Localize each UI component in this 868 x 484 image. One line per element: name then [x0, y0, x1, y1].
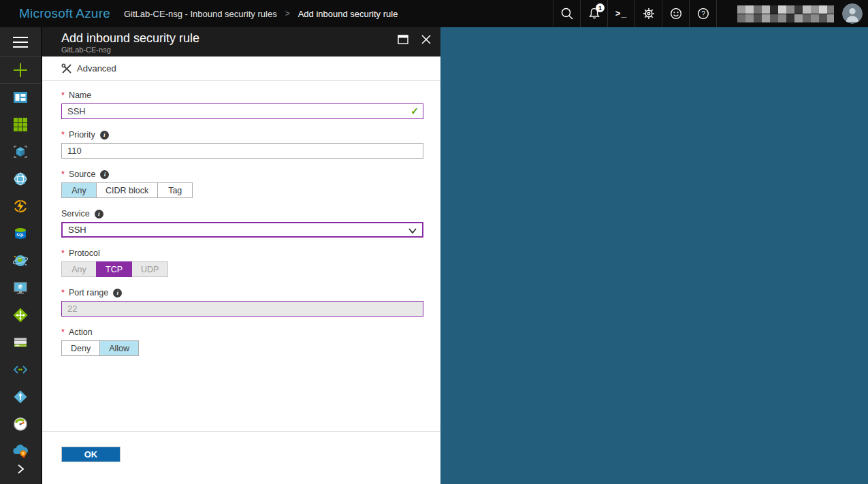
dashboard-icon[interactable] [0, 84, 41, 111]
service-field-group: Service i SSH [61, 209, 423, 238]
feedback-smiley-icon[interactable] [662, 0, 689, 27]
left-sidebar: SQL [0, 27, 41, 484]
maximize-icon[interactable] [396, 33, 411, 46]
topbar-actions: 1 >_ ? [553, 0, 868, 27]
blade-subtitle: GitLab-CE-nsg [61, 46, 432, 54]
blade-toolbar: Advanced [42, 57, 440, 81]
notifications-bell-icon[interactable]: 1 [580, 0, 607, 27]
blade-title: Add inbound security rule [61, 31, 432, 46]
hamburger-menu-icon[interactable] [0, 27, 41, 57]
source-label: * Source i [61, 170, 423, 179]
name-input[interactable] [61, 103, 423, 119]
priority-input[interactable] [61, 143, 423, 159]
azure-brand-logo[interactable]: Microsoft Azure [19, 6, 110, 21]
help-icon[interactable]: ? [689, 0, 716, 27]
svg-text:?: ? [701, 10, 705, 18]
cosmos-db-icon[interactable] [0, 247, 41, 274]
protocol-option-udp: UDP [131, 261, 168, 277]
azure-active-directory-icon[interactable] [0, 383, 41, 410]
required-marker: * [61, 327, 65, 337]
breadcrumb-separator: > [285, 9, 290, 18]
info-icon[interactable]: i [95, 210, 103, 219]
required-marker: * [61, 288, 65, 297]
protocol-toggle: Any TCP UDP [61, 261, 168, 277]
source-option-any[interactable]: Any [61, 182, 97, 198]
service-select[interactable]: SSH [61, 222, 423, 238]
notification-count-badge: 1 [596, 3, 605, 12]
user-avatar[interactable] [842, 3, 863, 24]
blade-window-controls [396, 33, 434, 46]
expand-chevron-icon[interactable] [0, 455, 41, 483]
ok-button[interactable]: OK [61, 447, 120, 462]
protocol-option-any: Any [61, 261, 97, 277]
action-toggle: Deny Allow [61, 340, 139, 356]
source-field-group: * Source i Any CIDR block Tag [61, 170, 423, 198]
load-balancers-icon[interactable] [0, 302, 41, 329]
top-bar: Microsoft Azure GitLab-CE-nsg - Inbound … [0, 0, 868, 27]
action-field-group: * Action Deny Allow [61, 327, 423, 356]
close-icon[interactable] [419, 33, 434, 46]
priority-field-group: * Priority i [61, 130, 423, 159]
priority-label: * Priority i [61, 130, 423, 140]
app-services-globe-icon[interactable] [0, 165, 41, 193]
blade-footer: OK [42, 431, 440, 484]
settings-gear-icon[interactable] [634, 0, 662, 27]
tools-icon [61, 63, 72, 74]
required-marker: * [61, 248, 65, 258]
user-account-area[interactable] [716, 0, 868, 27]
search-icon[interactable] [553, 0, 580, 27]
action-option-deny[interactable]: Deny [61, 340, 100, 356]
breadcrumb-parent[interactable]: GitLab-CE-nsg - Inbound security rules [124, 9, 277, 19]
source-option-cidr[interactable]: CIDR block [96, 182, 158, 198]
protocol-label: * Protocol [61, 248, 423, 258]
dashboard-background [440, 27, 868, 484]
cloud-shell-icon[interactable]: >_ [607, 0, 634, 27]
add-inbound-rule-blade: Add inbound security rule GitLab-CE-nsg … [42, 27, 440, 484]
protocol-option-tcp: TCP [96, 261, 132, 277]
resource-groups-cube-icon[interactable] [0, 138, 41, 165]
advanced-label: Advanced [77, 63, 116, 74]
info-icon[interactable]: i [113, 289, 122, 297]
function-apps-lightning-icon[interactable] [0, 193, 41, 220]
source-toggle: Any CIDR block Tag [61, 182, 193, 198]
storage-accounts-icon[interactable] [0, 329, 41, 356]
required-marker: * [61, 130, 65, 140]
valid-check-icon: ✓ [411, 106, 419, 116]
virtual-machines-icon[interactable] [0, 274, 41, 302]
new-plus-icon[interactable] [0, 57, 41, 84]
required-marker: * [61, 91, 65, 100]
service-selected-value: SSH [68, 225, 86, 235]
all-resources-grid-icon[interactable] [0, 111, 41, 138]
rule-form: * Name ✓ * Priority i * Source i A [42, 81, 440, 431]
source-option-tag[interactable]: Tag [157, 182, 193, 198]
user-name-redacted [737, 5, 834, 22]
required-marker: * [61, 170, 65, 179]
breadcrumb: GitLab-CE-nsg - Inbound security rules >… [124, 9, 398, 19]
port-range-label: * Port range i [61, 288, 423, 297]
action-label: * Action [61, 327, 423, 337]
blade-header: Add inbound security rule GitLab-CE-nsg [42, 27, 440, 57]
info-icon[interactable]: i [100, 131, 109, 140]
sql-databases-icon[interactable]: SQL [0, 220, 41, 247]
protocol-field-group: * Protocol Any TCP UDP [61, 248, 423, 277]
svg-text:SQL: SQL [16, 233, 25, 237]
monitor-gauge-icon[interactable] [0, 410, 41, 438]
advanced-button[interactable]: Advanced [61, 63, 116, 74]
breadcrumb-current: Add inbound security rule [298, 9, 398, 19]
service-label: Service i [61, 209, 423, 219]
port-range-field-group: * Port range i [61, 288, 423, 317]
name-field-group: * Name ✓ [61, 91, 423, 119]
info-icon[interactable]: i [100, 170, 109, 179]
action-option-allow[interactable]: Allow [99, 340, 139, 356]
port-range-input [61, 301, 423, 317]
virtual-networks-icon[interactable] [0, 356, 41, 383]
name-label: * Name [61, 91, 423, 100]
chevron-down-icon [408, 227, 417, 234]
